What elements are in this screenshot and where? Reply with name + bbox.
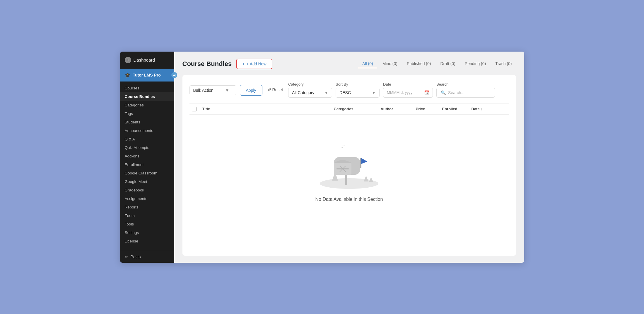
svg-point-0 [320, 178, 378, 189]
filter-row: Bulk Action ▼ Apply ↺ Reset [189, 82, 509, 98]
sort-filter-label: Sort By [336, 82, 380, 86]
header-row: Course Bundles + + Add New All (0)Mine (… [182, 59, 516, 69]
search-icon: 🔍 [441, 90, 446, 95]
add-new-label: + Add New [246, 62, 266, 66]
empty-state: No Data Available in this Section [189, 115, 509, 220]
date-input[interactable]: MMMM d, yyyy 📅 [383, 88, 433, 98]
sidebar-item-announcements[interactable]: Announcements [120, 126, 174, 135]
sidebar-item-tools[interactable]: Tools [120, 220, 174, 228]
sidebar-item-reports[interactable]: Reports [120, 203, 174, 211]
sort-section: Sort By DESC ▼ [336, 82, 380, 98]
reset-button[interactable]: ↺ Reset [266, 85, 285, 95]
sidebar-posts-item[interactable]: ✏ Posts [120, 251, 174, 263]
category-select[interactable]: All Category ▼ [288, 88, 332, 98]
add-new-button[interactable]: + + Add New [236, 59, 272, 69]
svg-marker-10 [369, 177, 373, 182]
bulk-action-section: Bulk Action ▼ [189, 84, 236, 95]
date-placeholder: MMMM d, yyyy [387, 90, 412, 95]
th-date-label: Date [472, 107, 480, 111]
reset-label: Reset [272, 87, 283, 92]
th-date[interactable]: Date ↕ [472, 107, 507, 111]
th-enrolled: Enrolled [442, 107, 472, 111]
empty-state-illustration [317, 132, 381, 191]
main-content: Course Bundles + + Add New All (0)Mine (… [174, 52, 524, 263]
svg-rect-7 [360, 158, 361, 168]
sidebar-item-assignments[interactable]: Assignments [120, 194, 174, 203]
table-header: Title ↕ Categories Author Price Enrolled… [189, 103, 509, 115]
category-chevron-icon: ▼ [324, 90, 328, 95]
category-filter-label: Category [288, 82, 332, 86]
sidebar-item-license[interactable]: License [120, 237, 174, 245]
tabs-row: All (0)Mine (0)Published (0)Draft (0)Pen… [358, 60, 516, 68]
search-placeholder: Search... [448, 90, 464, 95]
dashboard-icon: ⊞ [125, 57, 131, 63]
sidebar-item-quiz-attempts[interactable]: Quiz Attempts [120, 143, 174, 152]
dashboard-label: Dashboard [134, 57, 155, 62]
posts-icon: ✏ [125, 254, 128, 259]
sidebar-item-students[interactable]: Students [120, 118, 174, 126]
sidebar-item-courses[interactable]: Courses [120, 84, 174, 92]
select-all-checkbox[interactable] [192, 107, 197, 111]
title-sort-icon: ↕ [211, 107, 213, 111]
apply-button[interactable]: Apply [240, 85, 262, 96]
date-section: Date MMMM d, yyyy 📅 [383, 82, 433, 98]
sidebar-item-enrollment[interactable]: Enrollment [120, 160, 174, 169]
tutor-pro-label: Tutor LMS Pro [133, 73, 161, 77]
plus-icon: + [242, 62, 245, 66]
tab-all--0-[interactable]: All (0) [358, 60, 377, 68]
th-enrolled-label: Enrolled [442, 107, 457, 111]
sidebar-item-categories[interactable]: Categories [120, 101, 174, 109]
search-section: Search 🔍 Search... [436, 82, 495, 98]
sidebar-item-gradebook[interactable]: Gradebook [120, 186, 174, 194]
header-left: Course Bundles + + Add New [182, 59, 272, 69]
th-author: Author [381, 107, 416, 111]
category-value: All Category [292, 90, 314, 95]
sidebar-tutor-pro-item[interactable]: 🎓 Tutor LMS Pro ◀ [120, 69, 174, 82]
sidebar-item-zoom[interactable]: Zoom [120, 211, 174, 220]
tutor-icon: 🎓 [125, 72, 131, 78]
sort-select[interactable]: DESC ▼ [336, 88, 380, 98]
sort-value: DESC [339, 90, 351, 95]
search-filter-label: Search [436, 82, 495, 86]
collapse-arrow-icon[interactable]: ◀ [171, 72, 177, 78]
sidebar-item-settings[interactable]: Settings [120, 228, 174, 237]
sidebar-item-course-bundles[interactable]: Course Bundles [120, 92, 174, 101]
th-price-label: Price [416, 107, 425, 111]
th-categories: Categories [334, 107, 381, 111]
posts-label: Posts [131, 254, 141, 259]
bulk-action-value: Bulk Action [193, 88, 213, 93]
reset-icon: ↺ [268, 87, 271, 92]
th-title-label: Title [202, 107, 210, 111]
sort-chevron-icon: ▼ [372, 90, 376, 95]
sidebar-item-tags[interactable]: Tags [120, 109, 174, 118]
page-title: Course Bundles [182, 60, 232, 68]
sidebar-item-google-classroom[interactable]: Google Classroom [120, 169, 174, 177]
date-filter-label: Date [383, 82, 433, 86]
empty-state-message: No Data Available in this Section [315, 197, 383, 202]
search-input-box[interactable]: 🔍 Search... [436, 88, 495, 98]
category-section: Category All Category ▼ [288, 82, 332, 98]
tab-mine--0-[interactable]: Mine (0) [378, 60, 402, 68]
sidebar-dashboard-item[interactable]: ⊞ Dashboard [120, 52, 174, 69]
select-all-checkbox-col [192, 107, 202, 111]
th-categories-label: Categories [334, 107, 353, 111]
sidebar-item-google-meet[interactable]: Google Meet [120, 177, 174, 186]
content-card: Bulk Action ▼ Apply ↺ Reset [182, 75, 516, 256]
tab-trash--0-[interactable]: Trash (0) [491, 60, 516, 68]
tab-pending--0-[interactable]: Pending (0) [461, 60, 490, 68]
sidebar-item-q-&-a[interactable]: Q & A [120, 135, 174, 143]
bulk-action-select[interactable]: Bulk Action ▼ [189, 85, 236, 95]
tab-draft--0-[interactable]: Draft (0) [436, 60, 459, 68]
sidebar-item-add-ons[interactable]: Add-ons [120, 152, 174, 160]
calendar-icon: 📅 [424, 90, 429, 95]
th-author-label: Author [381, 107, 393, 111]
sidebar-nav: CoursesCourse BundlesCategoriesTagsStude… [120, 82, 174, 251]
tab-published--0-[interactable]: Published (0) [403, 60, 435, 68]
sidebar: ⊞ Dashboard 🎓 Tutor LMS Pro ◀ CoursesCou… [120, 52, 174, 263]
th-title[interactable]: Title ↕ [202, 107, 334, 111]
svg-marker-9 [364, 176, 368, 181]
bulk-action-chevron-icon: ▼ [225, 88, 229, 93]
date-sort-icon: ↕ [481, 107, 483, 111]
th-price: Price [416, 107, 442, 111]
